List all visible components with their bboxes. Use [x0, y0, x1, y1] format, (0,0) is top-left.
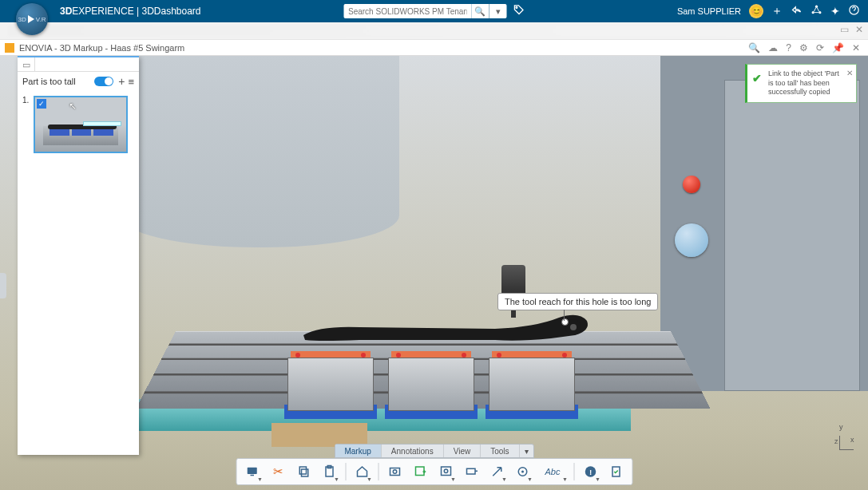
spark-icon[interactable]: ✦ — [830, 5, 840, 18]
slides-panel: ▭ Part is too tall + ≡ 1. ✓ ↖ — [18, 56, 139, 455]
tool-cut[interactable]: ✂ — [267, 461, 289, 482]
tab-annotations[interactable]: Annotations — [382, 445, 444, 457]
top-bar: 3DV.R 3DEXPERIENCE | 3DDashboard 🔍 ▾ Sam… — [0, 0, 868, 22]
svg-point-17 — [444, 469, 448, 473]
svg-point-3 — [818, 11, 821, 14]
tool-clipboard-check[interactable] — [604, 461, 627, 482]
machine-door — [724, 80, 860, 391]
tool-snapshot[interactable]: ▼ — [434, 461, 457, 482]
compass-icon[interactable]: 3DV.R — [16, 3, 48, 35]
th-cloud-icon[interactable]: ☁ — [768, 42, 778, 53]
svg-rect-16 — [441, 467, 450, 476]
svg-point-14 — [393, 470, 397, 474]
th-search-icon[interactable]: 🔍 — [748, 42, 760, 53]
tool-info[interactable]: !▼ — [579, 461, 601, 482]
tool-tag[interactable] — [460, 461, 482, 482]
add-slide-button[interactable]: + — [118, 75, 125, 88]
tab-markup[interactable]: Markup — [335, 445, 381, 457]
svg-rect-15 — [415, 467, 424, 476]
svg-point-0 — [515, 6, 517, 8]
orientation-triad[interactable]: y x z — [839, 436, 854, 450]
help-icon[interactable] — [848, 4, 860, 18]
search-button[interactable]: 🔍 — [471, 4, 489, 18]
th-refresh-icon[interactable]: ⟳ — [816, 42, 824, 53]
panel-title: Part is too tall — [22, 77, 76, 86]
avatar[interactable]: 😊 — [749, 4, 763, 18]
slide-thumbnail[interactable]: ✓ ↖ — [34, 96, 128, 153]
ribbon-dropdown[interactable]: ▾ — [520, 445, 533, 457]
tag-icon[interactable] — [513, 4, 525, 18]
panel-toggle[interactable] — [94, 77, 113, 86]
tool-circle[interactable]: ▼ — [511, 461, 533, 482]
add-icon[interactable]: ＋ — [771, 4, 783, 18]
toast-text: Link to the object 'Part is too tall' ha… — [768, 69, 839, 96]
tab-tools[interactable]: Tools — [481, 445, 519, 457]
search-input[interactable] — [343, 4, 471, 18]
cursor-icon: ↖ — [69, 101, 77, 112]
sb-icon-2[interactable]: ✕ — [855, 24, 863, 35]
svg-point-1 — [815, 6, 818, 8]
tab-view[interactable]: View — [444, 445, 482, 457]
bottom-toolbar: ▼ ✂ ▼ ▼ ▼ ▼ ▼ Abc▼ !▼ — [236, 458, 632, 485]
share-icon[interactable] — [791, 4, 803, 18]
panel-menu-icon[interactable]: ≡ — [128, 76, 134, 88]
tab-header: ENOVIA - 3D Markup - Haas #5 Swingarm 🔍 … — [0, 40, 868, 56]
swingarm-part — [295, 303, 591, 351]
tool-home[interactable]: ▼ — [351, 461, 373, 482]
tool-text[interactable]: Abc▼ — [537, 461, 569, 482]
svg-rect-13 — [390, 468, 399, 476]
tool-arrow[interactable]: ▼ — [486, 461, 508, 482]
tool-paste[interactable]: ▼ — [318, 461, 340, 482]
control-dial — [675, 223, 708, 257]
brand-title: 3DEXPERIENCE | 3DDashboard — [60, 6, 201, 17]
svg-rect-18 — [466, 468, 475, 474]
machine-column — [120, 56, 399, 247]
tool-slide-new[interactable] — [409, 461, 431, 482]
app-icon — [5, 43, 14, 53]
th-help-icon[interactable]: ? — [786, 42, 791, 53]
svg-point-6 — [570, 324, 577, 330]
slide-number: 1. — [22, 96, 29, 105]
annotation-callout[interactable]: The tool reach for this hole is too long — [497, 293, 658, 310]
th-close-icon[interactable]: ✕ — [852, 42, 860, 53]
slide-item[interactable]: 1. ✓ ↖ — [24, 96, 133, 153]
th-gear-icon[interactable]: ⚙ — [799, 42, 808, 53]
secondary-bar: ▭ ✕ — [0, 22, 868, 40]
annotation-text: The tool reach for this hole is too long — [505, 297, 651, 306]
svg-rect-7 — [247, 468, 256, 474]
search-bar: 🔍 ▾ — [343, 4, 525, 18]
svg-text:!: ! — [589, 468, 591, 476]
panel-tab-slides[interactable]: ▭ — [18, 57, 35, 72]
svg-point-20 — [521, 471, 523, 472]
check-icon: ✔ — [752, 71, 762, 85]
th-pin-icon[interactable]: 📌 — [832, 42, 844, 53]
emergency-stop — [683, 176, 700, 193]
tool-zoom-section[interactable] — [383, 461, 406, 482]
tab-title: ENOVIA - 3D Markup - Haas #5 Swingarm — [19, 43, 184, 53]
user-name: Sam SUPPLIER — [677, 6, 741, 16]
svg-rect-8 — [250, 475, 254, 476]
tool-display[interactable]: ▼ — [241, 461, 264, 482]
svg-rect-9 — [301, 469, 307, 476]
tool-copy[interactable] — [292, 461, 315, 482]
viewport-3d[interactable]: The tool reach for this hole is too long… — [0, 56, 868, 490]
success-toast: ✔ Link to the object 'Part is too tall' … — [745, 64, 857, 103]
toast-close-icon[interactable]: ✕ — [846, 68, 853, 78]
search-dropdown[interactable]: ▾ — [489, 4, 506, 18]
network-icon[interactable] — [811, 4, 822, 18]
sb-icon-1[interactable]: ▭ — [840, 24, 849, 35]
svg-rect-10 — [299, 467, 306, 474]
slide-checkbox[interactable]: ✓ — [37, 99, 46, 109]
svg-point-2 — [812, 11, 814, 14]
expand-handle[interactable] — [0, 273, 6, 298]
ribbon-tabs: Markup Annotations View Tools ▾ — [334, 444, 533, 458]
